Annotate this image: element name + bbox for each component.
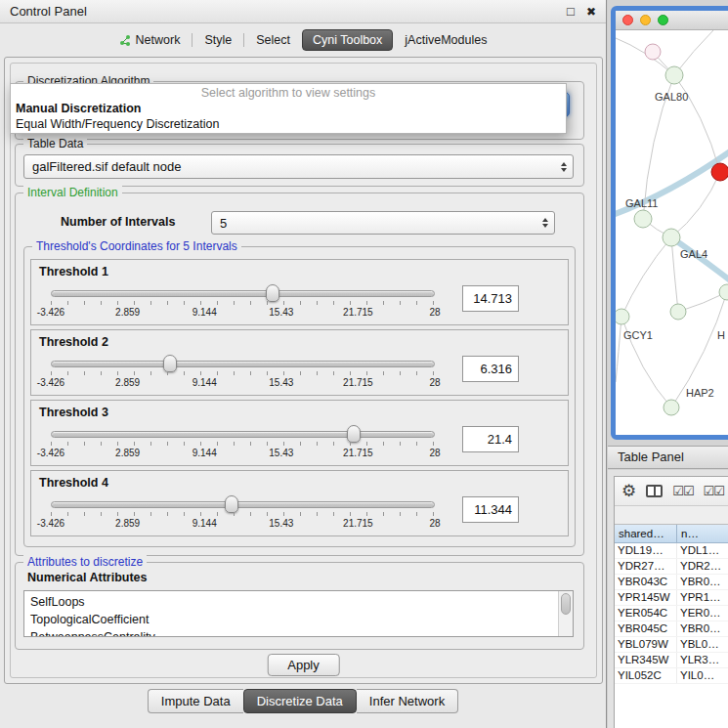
attribute-list-item[interactable]: SelfLoops xyxy=(30,593,573,611)
table-cell[interactable]: YER0… xyxy=(677,606,728,621)
dropdown-option-manual-discretization[interactable]: Manual Discretization xyxy=(11,101,566,116)
network-node[interactable] xyxy=(645,44,661,60)
slider-thumb[interactable] xyxy=(225,495,238,513)
scrollbar-thumb[interactable] xyxy=(561,593,571,615)
column-header-name[interactable]: n… xyxy=(677,525,728,542)
table-row[interactable]: YER054CYER0… xyxy=(615,606,728,621)
tab-cyni-toolbox[interactable]: Cyni Toolbox xyxy=(302,29,393,51)
threshold-value-field[interactable]: 11.344 xyxy=(462,496,519,523)
table-row[interactable]: YBR045CYBR0… xyxy=(615,621,728,637)
network-edge[interactable] xyxy=(674,75,720,172)
table-cell[interactable]: YPR1… xyxy=(677,590,728,605)
threshold-row: -3.4262.8599.14415.4321.7152811.344 xyxy=(39,494,560,534)
network-node[interactable] xyxy=(670,304,686,320)
tab-impute-data[interactable]: Impute Data xyxy=(148,689,243,713)
table-cell[interactable]: YBR045C xyxy=(615,621,677,636)
threshold-value-field[interactable]: 14.713 xyxy=(462,285,519,312)
network-edge[interactable] xyxy=(671,237,678,312)
tab-separator xyxy=(192,33,193,47)
slider-scale-label: 9.144 xyxy=(193,518,217,529)
table-cell[interactable]: YBR043C xyxy=(615,575,677,589)
right-pane: GAL80GAL11GAL4GCY1HHAP2 Table Panel shar… xyxy=(608,0,728,728)
table-row[interactable]: YDR27…YDR2… xyxy=(615,559,728,575)
table-cell[interactable]: YDL1… xyxy=(677,543,728,558)
table-cell[interactable]: YBL0… xyxy=(677,637,728,652)
table-row[interactable]: YIL052CYIL0… xyxy=(615,668,728,684)
attribute-list-item[interactable]: BetweennessCentrality xyxy=(30,628,573,637)
table-settings-gear-icon[interactable] xyxy=(621,483,636,499)
slider-track[interactable] xyxy=(51,290,435,297)
network-node[interactable] xyxy=(711,163,728,181)
network-node[interactable] xyxy=(634,210,652,228)
tab-infer-network[interactable]: Infer Network xyxy=(357,689,458,713)
threshold-slider[interactable]: -3.4262.8599.14415.4321.71528 xyxy=(39,354,447,393)
column-header-shared-name[interactable]: shared… xyxy=(615,525,677,542)
threshold-value-field[interactable]: 21.4 xyxy=(462,426,519,452)
num-intervals-combobox[interactable]: 5 xyxy=(211,211,555,235)
slider-thumb[interactable] xyxy=(163,355,177,372)
network-edge[interactable] xyxy=(616,317,621,382)
slider-track[interactable] xyxy=(51,431,435,438)
table-cell[interactable]: YBR0… xyxy=(677,575,728,589)
group-title-interval-definition: Interval Definition xyxy=(23,186,122,199)
tab-network[interactable]: Network xyxy=(110,29,190,51)
table-cell[interactable]: YIL052C xyxy=(615,668,677,683)
network-node[interactable] xyxy=(665,66,683,84)
slider-track[interactable] xyxy=(51,501,435,508)
network-canvas[interactable]: GAL80GAL11GAL4GCY1HHAP2 xyxy=(616,30,728,435)
threshold-label: Threshold 2 xyxy=(39,335,108,349)
table-cell[interactable]: YDL19… xyxy=(615,543,677,558)
network-node[interactable] xyxy=(616,309,629,324)
slider-scale-label: 21.715 xyxy=(343,518,373,529)
columns-layout-icon[interactable] xyxy=(646,485,663,497)
network-edge[interactable] xyxy=(621,237,671,317)
minimize-window-icon[interactable] xyxy=(640,15,651,25)
tab-label: jActiveModules xyxy=(405,33,487,47)
table-cell[interactable]: YER054C xyxy=(615,606,677,621)
table-row[interactable]: YBL079WYBL0… xyxy=(615,637,728,653)
table-cell[interactable]: YLR3… xyxy=(677,653,728,667)
interval-definition-group: Interval Definition Number of Intervals … xyxy=(15,193,584,556)
network-node[interactable] xyxy=(719,284,728,300)
tab-discretize-data[interactable]: Discretize Data xyxy=(243,689,357,713)
table-cell[interactable]: YIL0… xyxy=(677,668,728,683)
close-panel-icon[interactable] xyxy=(586,5,596,18)
slider-track[interactable] xyxy=(51,361,435,367)
network-edge[interactable] xyxy=(671,237,728,282)
list-scrollbar[interactable] xyxy=(558,591,573,636)
network-canvas-wrap: GAL80GAL11GAL4GCY1HHAP2 xyxy=(616,30,728,435)
table-row[interactable]: YPR145WYPR1… xyxy=(615,590,728,606)
zoom-window-icon[interactable] xyxy=(658,15,668,25)
tab-select[interactable]: Select xyxy=(247,29,299,51)
slider-thumb[interactable] xyxy=(347,425,361,443)
network-node[interactable] xyxy=(663,229,680,246)
tab-jactivemodules[interactable]: jActiveModules xyxy=(396,29,495,51)
deselect-columns-icon[interactable] xyxy=(704,484,724,498)
network-edge[interactable] xyxy=(616,38,674,75)
table-cell[interactable]: YLR345W xyxy=(615,653,677,667)
table-row[interactable]: YBR043CYBR0… xyxy=(615,575,728,590)
network-window-titlebar xyxy=(616,11,728,30)
table-cell[interactable]: YBR0… xyxy=(677,621,728,636)
slider-thumb[interactable] xyxy=(266,284,279,302)
tab-style[interactable]: Style xyxy=(195,29,240,51)
threshold-slider[interactable]: -3.4262.8599.14415.4321.71528 xyxy=(39,494,447,534)
select-all-columns-icon[interactable] xyxy=(672,484,693,498)
table-data-combobox[interactable]: galFiltered.sif default node xyxy=(23,154,574,179)
attribute-list-item[interactable]: TopologicalCoefficient xyxy=(30,611,573,628)
table-cell[interactable]: YDR2… xyxy=(677,559,728,574)
apply-button[interactable]: Apply xyxy=(267,654,340,676)
table-row[interactable]: YLR345WYLR3… xyxy=(615,653,728,668)
threshold-slider[interactable]: -3.4262.8599.14415.4321.71528 xyxy=(39,424,447,463)
table-row[interactable]: YDL19…YDL1… xyxy=(615,543,728,559)
threshold-slider[interactable]: -3.4262.8599.14415.4321.71528 xyxy=(39,283,447,322)
close-window-icon[interactable] xyxy=(622,15,633,25)
table-cell[interactable]: YBL079W xyxy=(615,637,677,652)
table-cell[interactable]: YPR145W xyxy=(615,590,677,605)
network-node[interactable] xyxy=(664,400,679,415)
threshold-value-field[interactable]: 6.316 xyxy=(462,356,519,382)
float-window-icon[interactable] xyxy=(567,5,575,18)
slider-scale-labels: -3.4262.8599.14415.4321.71528 xyxy=(51,377,435,389)
table-cell[interactable]: YDR27… xyxy=(615,559,677,574)
dropdown-option-equal-width-frequency[interactable]: Equal Width/Frequency Discretization xyxy=(11,116,566,132)
